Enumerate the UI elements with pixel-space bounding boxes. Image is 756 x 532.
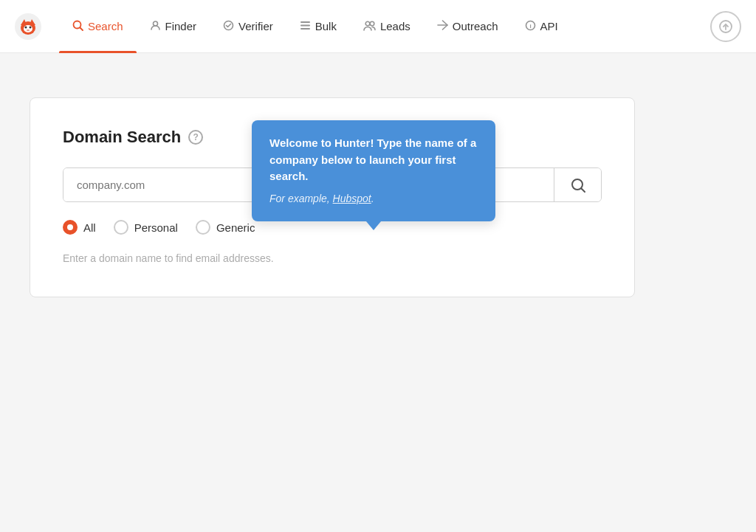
nav-item-leads[interactable]: Leads [350, 0, 424, 53]
api-nav-icon: i [525, 20, 536, 33]
leads-nav-icon [363, 20, 376, 33]
tooltip-example: For example, Hubspot. [269, 191, 478, 207]
tooltip-example-suffix: . [371, 193, 374, 204]
help-icon[interactable]: ? [188, 130, 203, 145]
svg-point-15 [365, 21, 370, 26]
card-title: Domain Search [63, 128, 181, 147]
bulk-nav-icon [300, 20, 311, 33]
svg-rect-12 [300, 21, 310, 23]
outreach-nav-icon [437, 20, 448, 33]
hint-text: Enter a domain name to find email addres… [63, 252, 602, 264]
search-nav-icon [72, 20, 83, 33]
nav-item-verifier[interactable]: Verifier [210, 0, 286, 53]
logo[interactable] [15, 13, 41, 40]
nav-item-outreach[interactable]: Outreach [424, 0, 512, 53]
finder-nav-icon [150, 20, 161, 33]
tooltip-example-link[interactable]: Hubspot [333, 193, 371, 204]
help-icon-label: ? [193, 132, 199, 142]
radio-group: All Personal Generic [63, 220, 602, 235]
svg-line-9 [80, 27, 83, 30]
search-submit-button[interactable] [554, 168, 601, 201]
radio-label-generic: Generic [216, 221, 255, 234]
radio-label-all: All [83, 221, 96, 234]
nav-label-finder: Finder [165, 20, 197, 32]
nav-item-bulk[interactable]: Bulk [286, 0, 350, 53]
radio-circle-personal [114, 220, 128, 235]
nav-label-search: Search [88, 20, 123, 32]
nav-label-bulk: Bulk [315, 20, 337, 32]
svg-point-4 [24, 25, 32, 32]
svg-rect-14 [300, 28, 310, 30]
nav-item-search[interactable]: Search [59, 0, 137, 53]
nav-label-verifier: Verifier [238, 20, 273, 32]
navbar: Search Finder Verifier [0, 0, 756, 53]
nav-label-outreach: Outreach [453, 20, 498, 32]
radio-circle-all [63, 220, 78, 235]
nav-item-finder[interactable]: Finder [137, 0, 210, 53]
svg-point-6 [30, 26, 32, 28]
radio-label-personal: Personal [134, 221, 178, 234]
search-submit-icon [571, 178, 585, 193]
verifier-nav-icon [223, 20, 234, 33]
nav-label-api: API [540, 20, 558, 32]
svg-rect-13 [300, 24, 310, 26]
svg-line-23 [581, 188, 585, 192]
tooltip-bubble: Welcome to Hunter! Type the name of a co… [252, 120, 495, 221]
radio-circle-generic [196, 220, 210, 235]
nav-links: Search Finder Verifier [59, 0, 710, 53]
radio-option-generic[interactable]: Generic [196, 220, 255, 235]
tooltip-example-prefix: For example, [269, 193, 333, 204]
svg-point-16 [370, 21, 374, 26]
svg-text:i: i [529, 23, 531, 30]
nav-item-api[interactable]: i API [512, 0, 571, 53]
radio-option-all[interactable]: All [63, 220, 96, 235]
tooltip-title: Welcome to Hunter! Type the name of a co… [269, 135, 478, 185]
svg-point-5 [25, 26, 27, 28]
svg-point-7 [27, 29, 30, 30]
radio-option-personal[interactable]: Personal [114, 220, 178, 235]
search-card: Welcome to Hunter! Type the name of a co… [30, 97, 635, 297]
main-content: Welcome to Hunter! Type the name of a co… [0, 53, 756, 342]
nav-right [710, 11, 741, 42]
svg-point-10 [153, 21, 157, 26]
nav-label-leads: Leads [380, 20, 410, 32]
nav-circle-button[interactable] [710, 11, 741, 42]
